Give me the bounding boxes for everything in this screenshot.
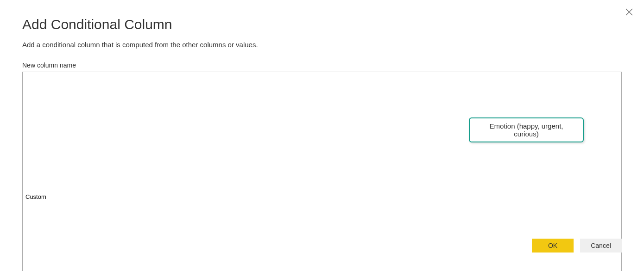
add-conditional-column-dialog: Add Conditional Column Add a conditional… bbox=[0, 0, 644, 271]
new-column-name-label: New column name bbox=[22, 62, 622, 69]
dialog-subtitle: Add a conditional column that is compute… bbox=[22, 41, 622, 49]
annotation-text: Emotion (happy, urgent, curious) bbox=[490, 122, 563, 138]
cancel-button[interactable]: Cancel bbox=[580, 239, 622, 253]
annotation-callout: Emotion (happy, urgent, curious) bbox=[469, 117, 584, 142]
dialog-title: Add Conditional Column bbox=[22, 17, 622, 32]
dialog-footer: OK Cancel bbox=[532, 239, 622, 253]
ok-button[interactable]: OK bbox=[532, 239, 574, 253]
close-button[interactable] bbox=[625, 7, 634, 17]
close-icon bbox=[625, 7, 634, 17]
